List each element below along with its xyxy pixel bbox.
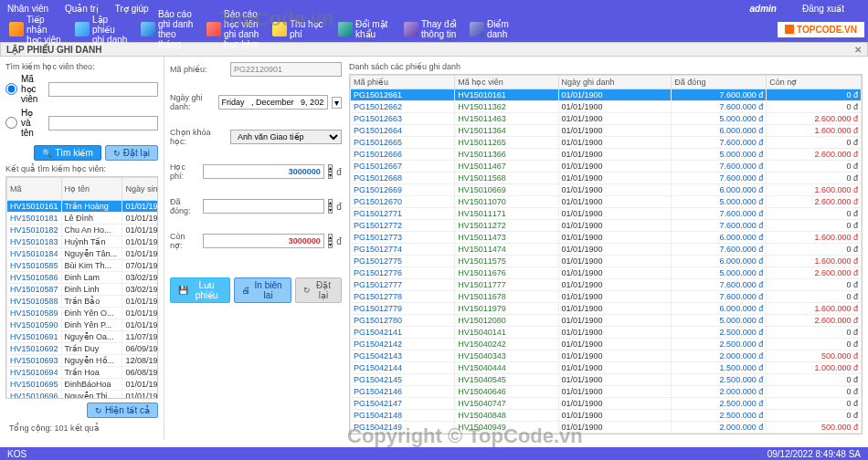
toolbar-icon	[206, 22, 221, 37]
radio-fullname[interactable]	[5, 117, 17, 129]
table-row[interactable]: HV15010585Bùi Kim Th...07/01/1998Nữ	[7, 260, 159, 272]
show-all-button[interactable]: ↻ Hiện tất cả	[87, 402, 158, 418]
label: Chọn khóa học:	[170, 128, 227, 146]
table-row[interactable]: PG15042142HV1504024201/01/19002.500.000 …	[351, 339, 862, 350]
statusbar: KOS 09/12/2022 8:49:48 SA	[0, 447, 868, 460]
toolbar-icon	[404, 22, 418, 37]
user-label: admin	[750, 4, 777, 14]
student-table[interactable]: MãHọ tênNgày sinhGiới tínhHV15010161Trần…	[5, 176, 158, 399]
fee-input[interactable]	[203, 164, 324, 179]
reset-button[interactable]: ↻ Đặt lại	[105, 145, 158, 161]
table-row[interactable]: HV15010184Nguyễn Tân...01/01/1900Nam	[7, 248, 159, 260]
unit: đ	[336, 236, 342, 246]
table-row[interactable]: PG15042143HV1504034301/01/19002.000.000 …	[351, 350, 862, 362]
date-input[interactable]	[218, 95, 328, 110]
table-row[interactable]: HV15010161Trần Hoàng01/01/1900Nữ	[7, 201, 159, 213]
table-row[interactable]: PG15012666HV1501136601/01/19005.000.000 …	[351, 149, 862, 161]
logout-link[interactable]: Đăng xuất	[802, 4, 844, 14]
label: Còn nợ:	[170, 232, 199, 250]
table-row[interactable]: HV15010694Trần Hoa06/08/1997Nữ	[7, 367, 159, 379]
radio-label: Mã học viên	[21, 74, 45, 104]
reset-form-button[interactable]: ↻ Đặt lại	[295, 277, 342, 303]
table-row[interactable]: HV15010693Nguyễn Hồ...12/08/1996Nữ	[7, 355, 159, 367]
toolbar: Tiếp nhận học viênLập phiếu ghi danhBáo …	[0, 16, 868, 42]
table-row[interactable]: PG15012667HV1501146701/01/19007.600.000 …	[351, 161, 862, 172]
label: Ngày ghi danh:	[170, 93, 215, 111]
table-row[interactable]: PG15012772HV1501127201/01/19007.600.000 …	[351, 220, 862, 232]
fullname-input[interactable]	[48, 116, 158, 131]
spinner[interactable]: ▴▾	[328, 234, 333, 248]
student-id-input[interactable]	[48, 82, 158, 97]
col-header[interactable]: Họ tên	[61, 178, 122, 201]
label: Học phí:	[170, 162, 199, 181]
table-row[interactable]: HV15010589Đinh Yên O...01/01/1994Nữ	[7, 308, 159, 319]
table-row[interactable]: HV15010182Chu An Ho...01/01/1900Nữ	[7, 225, 159, 236]
table-row[interactable]: HV15010696Nguyễn Thị...01/01/1900Nữ	[7, 391, 159, 400]
left-panel: Tìm kiếm học viên theo: Mã học viên Họ v…	[0, 57, 164, 440]
toolbar-item[interactable]: Điểm danh	[464, 7, 528, 51]
table-row[interactable]: PG15012778HV1501167801/01/19007.600.000 …	[351, 291, 862, 303]
table-row[interactable]: PG15012771HV1501117101/01/19007.600.000 …	[351, 208, 862, 220]
col-header[interactable]: Đã đóng	[672, 76, 767, 89]
table-row[interactable]: PG15012780HV1501208001/01/19005.000.000 …	[351, 315, 862, 327]
list-header: Danh sách các phiếu ghi danh	[349, 62, 863, 71]
toolbar-item[interactable]: Báo cáo ghi danh theo tháng	[135, 7, 199, 51]
paid-input[interactable]	[203, 199, 324, 214]
table-row[interactable]: PG15012668HV1501156801/01/19007.600.000 …	[351, 172, 862, 184]
col-header[interactable]: Còn nợ	[767, 76, 862, 89]
label: Mã phiếu:	[170, 65, 227, 74]
col-header[interactable]: Mã	[7, 178, 62, 201]
table-row[interactable]: PG15012661HV1501016101/01/19007.600.000 …	[351, 89, 862, 101]
table-row[interactable]: PG15012670HV1501107001/01/19005.000.000 …	[351, 196, 862, 208]
calendar-icon[interactable]: ▾	[332, 97, 342, 109]
table-row[interactable]: HV15010181Lê Đình01/01/1900Nam	[7, 213, 159, 225]
close-icon[interactable]: ✕	[854, 45, 862, 55]
table-row[interactable]: PG15012777HV1501177701/01/19007.600.000 …	[351, 279, 862, 291]
toolbar-icon	[272, 22, 287, 37]
col-header[interactable]: Ngày sinh	[122, 178, 158, 201]
table-row[interactable]: HV15010586Đinh Lam03/02/1997Nữ	[7, 272, 159, 284]
toolbar-item[interactable]: Thay đổi thông tin	[398, 7, 462, 51]
table-row[interactable]: PG15042149HV1504094901/01/19002.000.000 …	[351, 422, 862, 434]
toolbar-item[interactable]: Báo cáo học viên ghi danh học kèm	[201, 7, 265, 51]
table-row[interactable]: HV15010695ĐinhBáoHoa01/01/1998Nữ	[7, 379, 159, 391]
table-row[interactable]: PG15012776HV1501167601/01/19005.000.000 …	[351, 267, 862, 279]
col-header[interactable]: Mã phiếu	[351, 76, 455, 89]
logo: TOPCODE.VN	[778, 22, 864, 37]
radio-student-id[interactable]	[5, 83, 17, 95]
table-row[interactable]: HV15010691Nguyễn Oa...11/07/1994Nữ	[7, 331, 159, 343]
toolbar-item[interactable]: Đổi mật khẩu	[333, 7, 397, 51]
toolbar-item[interactable]: Thu học phí	[267, 7, 331, 51]
table-row[interactable]: PG15042146HV1504064601/01/19002.000.000 …	[351, 386, 862, 398]
table-row[interactable]: PG15012779HV1501197901/01/19006.000.000 …	[351, 303, 862, 315]
table-row[interactable]: PG15042150HV1504105001/01/19001.500.000 …	[351, 434, 862, 435]
table-row[interactable]: PG15042141HV1504014101/01/19002.500.000 …	[351, 327, 862, 339]
table-row[interactable]: PG15012775HV1501157501/01/19006.000.000 …	[351, 256, 862, 267]
spinner[interactable]: ▴▾	[328, 164, 333, 179]
table-row[interactable]: HV15010588Trần Bảo01/01/1900Nữ	[7, 296, 159, 308]
table-row[interactable]: PG15012664HV1501136401/01/19006.000.000 …	[351, 125, 862, 137]
table-row[interactable]: PG15012665HV1501126501/01/19007.600.000 …	[351, 137, 862, 149]
course-select[interactable]: Anh văn Giao tiếp	[230, 130, 342, 144]
table-row[interactable]: PG15042148HV1504084801/01/19002.500.000 …	[351, 410, 862, 422]
table-row[interactable]: PG15012773HV1501147301/01/19006.000.000 …	[351, 232, 862, 244]
table-row[interactable]: PG15042147HV1504074701/01/19002.500.000 …	[351, 398, 862, 410]
table-row[interactable]: PG15012774HV1501147401/01/19007.600.000 …	[351, 244, 862, 256]
table-row[interactable]: PG15012669HV1501066901/01/19006.000.000 …	[351, 184, 862, 196]
table-row[interactable]: PG15012662HV1501136201/01/19007.600.000 …	[351, 101, 862, 113]
table-row[interactable]: PG15012663HV1501146301/01/19005.000.000 …	[351, 113, 862, 125]
receipt-table[interactable]: Mã phiếuMã học viênNgày ghi danhĐã đóngC…	[349, 74, 863, 434]
table-row[interactable]: PG15042144HV1504044401/01/19001.500.000 …	[351, 362, 862, 374]
table-row[interactable]: HV15010587Đinh Linh03/02/1996Nữ	[7, 284, 159, 296]
status-time: 09/12/2022 8:49:48 SA	[767, 449, 861, 459]
save-button[interactable]: 💾 Lưu phiếu	[170, 277, 230, 303]
search-button[interactable]: 🔍 Tìm kiếm	[34, 145, 101, 161]
table-row[interactable]: PG15042145HV1504054501/01/19002.500.000 …	[351, 374, 862, 386]
col-header[interactable]: Mã học viên	[455, 76, 558, 89]
table-row[interactable]: HV15010590Đinh Yên P...01/01/1993Nữ	[7, 319, 159, 331]
col-header[interactable]: Ngày ghi danh	[558, 76, 672, 89]
print-button[interactable]: 🖨 In biên lai	[234, 277, 291, 303]
table-row[interactable]: HV15010183Huỳnh Tấn01/01/1900Nữ	[7, 236, 159, 248]
table-row[interactable]: HV15010692Trần Duy06/09/1995Nam	[7, 343, 159, 355]
spinner[interactable]: ▴▾	[328, 199, 333, 214]
